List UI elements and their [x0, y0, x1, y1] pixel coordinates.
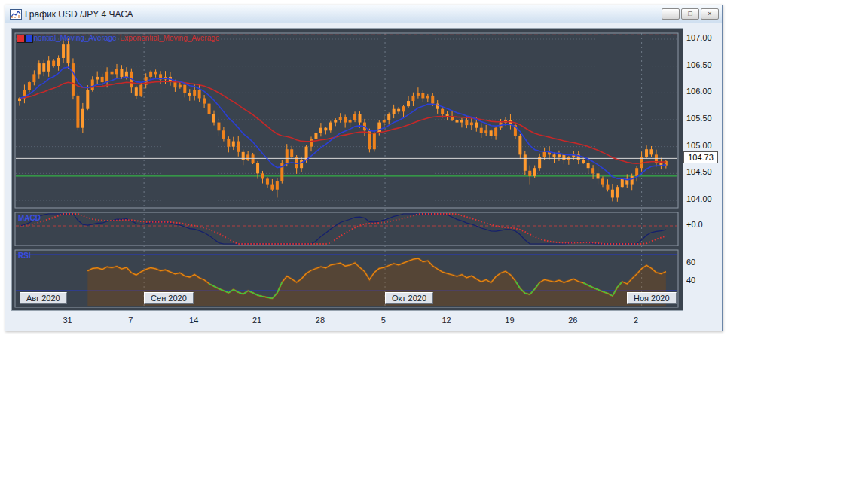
indicator-legend: Exponential_Moving_AverageExponential_Mo…	[17, 34, 219, 44]
maximize-button[interactable]: □	[681, 8, 699, 20]
week-label: 5	[381, 316, 386, 325]
month-badge: Авг 2020	[20, 292, 67, 304]
window-controls: — □ ×	[662, 8, 719, 20]
price-tick: 107.00	[686, 33, 712, 42]
macd-tick: +0.0	[686, 220, 703, 229]
legend-blue-swatch[interactable]	[25, 35, 33, 43]
month-badge: Ноя 2020	[627, 292, 677, 304]
price-tick: 104.00	[686, 194, 712, 203]
price-tick: 106.50	[686, 60, 712, 69]
week-label: 31	[63, 316, 72, 325]
week-label: 14	[189, 316, 198, 325]
price-tick: 104.50	[686, 167, 712, 176]
week-label: 21	[252, 316, 261, 325]
chart-region[interactable]: Exponential_Moving_AverageExponential_Mo…	[11, 28, 683, 311]
chart-client: Exponential_Moving_AverageExponential_Mo…	[5, 23, 722, 331]
week-label: 26	[568, 316, 577, 325]
minimize-button[interactable]: —	[662, 8, 680, 20]
price-axis: 107.00 106.50 106.00 105.50 105.00 104.5…	[682, 28, 719, 310]
month-badge: Сен 2020	[144, 292, 194, 304]
window-chart-icon	[10, 9, 22, 20]
week-label: 2	[634, 316, 638, 325]
week-label: 28	[316, 316, 325, 325]
week-label: 12	[442, 316, 451, 325]
week-label: 19	[505, 316, 514, 325]
price-tick: 105.00	[686, 141, 712, 150]
window-title: График USD /JPY 4 ЧАСА	[25, 9, 662, 20]
rsi-tick: 40	[686, 276, 695, 285]
chart-canvas[interactable]	[12, 29, 683, 310]
chart-window: График USD /JPY 4 ЧАСА — □ × Exponential…	[5, 5, 723, 331]
week-label: 7	[128, 316, 133, 325]
macd-label: MACD	[18, 214, 41, 222]
current-price-tag: 104.73	[683, 151, 718, 163]
ema-slow-label: Exponential_Moving_Average	[120, 34, 220, 42]
time-axis: 31 7 14 21 28 5 12 19 26 2	[5, 310, 722, 331]
rsi-label: RSI	[18, 252, 31, 260]
price-tick: 106.00	[686, 87, 712, 96]
month-badge: Окт 2020	[385, 292, 433, 304]
titlebar[interactable]: График USD /JPY 4 ЧАСА — □ ×	[5, 5, 722, 23]
legend-red-swatch[interactable]	[17, 35, 25, 43]
price-tick: 105.50	[686, 114, 712, 123]
close-button[interactable]: ×	[701, 8, 719, 20]
rsi-tick: 60	[686, 258, 695, 267]
